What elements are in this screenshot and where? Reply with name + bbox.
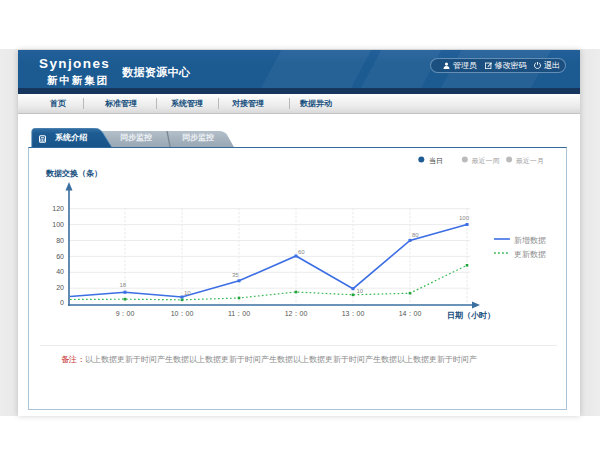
svg-text:10：00: 10：00: [171, 310, 194, 317]
svg-text:9：00: 9：00: [116, 310, 135, 317]
svg-text:60: 60: [56, 253, 64, 260]
svg-text:0: 0: [60, 299, 64, 306]
svg-text:20: 20: [56, 284, 64, 291]
svg-text:数据交换（条）: 数据交换（条）: [45, 169, 102, 178]
svg-text:35: 35: [232, 272, 239, 278]
svg-text:12：00: 12：00: [285, 310, 308, 317]
svg-text:40: 40: [56, 268, 64, 275]
svg-text:80: 80: [56, 237, 64, 244]
svg-text:60: 60: [298, 249, 305, 255]
svg-text:10: 10: [184, 290, 191, 296]
svg-text:10: 10: [357, 288, 364, 294]
svg-text:100: 100: [52, 221, 64, 228]
svg-text:14：00: 14：00: [399, 310, 422, 317]
svg-text:更新数据: 更新数据: [514, 250, 546, 259]
svg-text:100: 100: [459, 215, 470, 221]
svg-text:最近一月: 最近一月: [516, 157, 544, 165]
svg-text:日期（小时）: 日期（小时）: [447, 311, 495, 320]
svg-text:新增数据: 新增数据: [514, 236, 546, 245]
svg-text:最近一周: 最近一周: [471, 157, 499, 164]
svg-text:11：00: 11：00: [228, 310, 250, 317]
svg-text:13：00: 13：00: [342, 310, 365, 317]
svg-text:当日: 当日: [429, 157, 443, 165]
svg-text:120: 120: [52, 205, 64, 212]
svg-text:80: 80: [412, 232, 419, 238]
svg-text:18: 18: [120, 282, 127, 288]
